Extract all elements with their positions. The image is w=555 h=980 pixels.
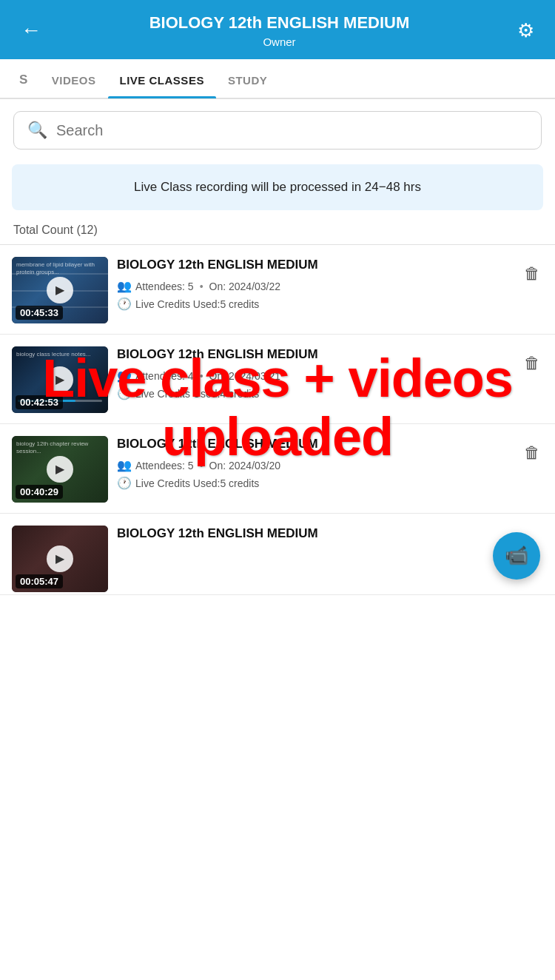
class-thumbnail[interactable]: biology 12th chapter review session... ▶… [12,436,108,503]
people-icon: 👥 [117,458,132,472]
attendees-label: Attendees: 5 [135,281,194,292]
clock-icon: 🕐 [117,476,132,490]
date-label: On: 2024/03/21 [209,370,281,382]
class-info: BIOLOGY 12th ENGLISH MEDIUM 👥 Attendees:… [108,346,521,401]
search-input[interactable] [56,122,528,139]
class-title: BIOLOGY 12th ENGLISH MEDIUM [117,346,512,363]
class-item: membrane of lipid bilayer with protein g… [0,245,555,335]
play-button[interactable]: ▶ [47,546,73,572]
class-title: BIOLOGY 12th ENGLISH MEDIUM [117,436,512,453]
play-button[interactable]: ▶ [47,277,73,303]
search-box: 🔍 [13,111,542,150]
class-credits: 🕐 Live Credits Used:5 credits [117,476,512,490]
search-container: 🔍 [0,99,555,157]
credits-label: Live Credits Used:5 credits [135,298,259,310]
date-label: On: 2024/03/22 [209,281,281,292]
duration-badge: 00:40:29 [16,485,63,499]
header-center: BIOLOGY 12th ENGLISH MEDIUM Owner [47,13,511,48]
class-info: BIOLOGY 12th ENGLISH MEDIUM 👥 Attendees:… [108,257,521,312]
meta-dot: • [200,370,204,382]
clock-icon: 🕐 [117,297,132,311]
duration-badge: 00:45:33 [16,306,63,320]
date-label: On: 2024/03/20 [209,460,281,471]
duration-badge: 00:05:47 [16,574,63,588]
play-button[interactable]: ▶ [47,456,73,483]
notice-text: Live Class recording will be processed i… [134,180,421,194]
class-title: BIOLOGY 12th ENGLISH MEDIUM [117,257,512,274]
tab-live-classes[interactable]: LIVE CLASSES [108,61,216,97]
class-meta-attendees: 👥 Attendees: 5 • On: 2024/03/20 [117,458,512,472]
people-icon: 👥 [117,279,132,293]
header: ← BIOLOGY 12th ENGLISH MEDIUM Owner ⚙ [0,0,555,59]
class-thumbnail[interactable]: membrane of lipid bilayer with protein g… [12,257,108,323]
gear-icon[interactable]: ⚙ [511,16,540,45]
delete-button[interactable]: 🗑 [521,349,543,377]
class-list-wrapper: Live class + videos uploaded membrane of… [0,245,555,595]
total-count: Total Count (12) [0,219,555,244]
class-meta-attendees: 👥 Attendees: 5 • On: 2024/03/22 [117,279,512,293]
play-button[interactable]: ▶ [47,366,73,393]
class-item: biology class lecture notes... ▶ 00:42:5… [0,335,555,424]
attendees-label: Attendees: 5 [135,460,194,471]
people-icon: 👥 [117,369,132,383]
header-title: BIOLOGY 12th ENGLISH MEDIUM [47,13,511,34]
class-meta-attendees: 👥 Attendees: 4 • On: 2024/03/21 [117,369,512,383]
class-info: BIOLOGY 12th ENGLISH MEDIUM 👥 Attendees:… [108,436,521,491]
class-item: biology 12th chapter review session... ▶… [0,424,555,514]
search-icon: 🔍 [27,121,47,140]
delete-button[interactable]: 🗑 [521,260,543,288]
class-info: BIOLOGY 12th ENGLISH MEDIUM [108,526,543,548]
credits-label: Live Credits Used:5 credits [135,477,259,489]
header-subtitle: Owner [47,36,511,48]
meta-dot: • [200,460,204,471]
class-item: ▶ 00:05:47 BIOLOGY 12th ENGLISH MEDIUM 📹 [0,514,555,595]
class-thumbnail[interactable]: ▶ 00:05:47 [12,526,108,592]
tab-study[interactable]: STUDY [216,61,279,97]
class-thumbnail[interactable]: biology class lecture notes... ▶ 00:42:5… [12,346,108,413]
class-credits: 🕐 Live Credits Used:4 credits [117,386,512,400]
meta-dot: • [200,281,204,292]
clock-icon: 🕐 [117,386,132,400]
tab-s[interactable]: S [7,59,40,98]
delete-button[interactable]: 🗑 [521,439,543,467]
fab-camera-button[interactable]: 📹 [493,532,540,580]
back-button[interactable]: ← [15,16,47,45]
duration-badge: 00:42:53 [16,395,63,409]
notice-banner: Live Class recording will be processed i… [12,164,543,210]
tab-bar: S VIDEOS LIVE CLASSES STUDY [0,59,555,99]
attendees-label: Attendees: 4 [135,370,194,382]
credits-label: Live Credits Used:4 credits [135,388,259,400]
camera-icon: 📹 [505,544,528,567]
class-title: BIOLOGY 12th ENGLISH MEDIUM [117,526,534,543]
tab-videos[interactable]: VIDEOS [40,61,108,97]
class-credits: 🕐 Live Credits Used:5 credits [117,297,512,311]
